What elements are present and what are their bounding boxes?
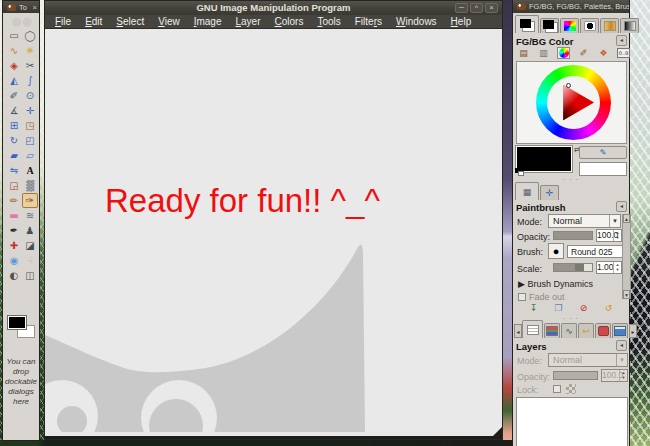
hue-ring[interactable] (536, 65, 611, 140)
menu-help[interactable]: Help (444, 15, 479, 29)
tool-alignment[interactable]: ⊞ (6, 118, 22, 133)
paths-tab[interactable]: ∿ (561, 323, 577, 338)
menu-colors[interactable]: Colors (267, 15, 310, 29)
channels-tab[interactable] (544, 323, 560, 338)
scale-slider[interactable] (553, 263, 593, 272)
brush-preview-button[interactable]: ● (548, 243, 564, 259)
menu-view[interactable]: View (151, 15, 187, 29)
toolbox-close-icon[interactable]: × (33, 3, 37, 12)
fade-out-checkbox-row[interactable]: Fade out (518, 292, 565, 302)
tool-smudge[interactable]: ☟ (22, 253, 38, 268)
tool-measure[interactable]: ∡ (6, 103, 22, 118)
gimp-selector-icon[interactable]: ▤ (517, 47, 530, 59)
save-options-button[interactable]: ↧ (526, 302, 541, 315)
palettes-tab[interactable] (600, 18, 619, 33)
menu-image[interactable]: Image (187, 15, 229, 29)
tool-options-menu-button[interactable]: ◂ (616, 201, 627, 212)
reset-options-button[interactable]: ↺ (601, 302, 616, 315)
brushes-tab[interactable] (580, 18, 599, 33)
default-colors-icon[interactable] (515, 168, 525, 177)
menu-select[interactable]: Select (109, 15, 151, 29)
tool-ellipse-select[interactable]: ◯ (22, 28, 38, 43)
scale-spinner[interactable]: 1.00▲▼ (596, 261, 622, 274)
tool-clone[interactable]: ♟ (22, 223, 38, 238)
tool-blend[interactable]: ▓ (22, 178, 38, 193)
color-wheel-area[interactable] (516, 61, 627, 144)
tool-dodge-burn[interactable]: ◐ (6, 268, 22, 283)
triangle-wheel-selector-icon[interactable] (557, 47, 570, 59)
tool-free-select[interactable]: ∿ (6, 43, 22, 58)
pointer-tab[interactable] (595, 323, 611, 338)
restore-options-button[interactable]: ❐ (551, 302, 566, 315)
toolbox-fgbg-swatches[interactable] (8, 316, 38, 340)
background-color-swatch[interactable] (579, 162, 627, 176)
menu-tools[interactable]: Tools (310, 15, 347, 29)
tool-blur-sharpen[interactable]: ◉ (6, 253, 22, 268)
images-tab[interactable] (612, 323, 628, 338)
foreground-color-swatch[interactable] (8, 316, 26, 329)
tool-rectangle-select[interactable]: ▭ (6, 28, 22, 43)
tool-text[interactable]: A (22, 163, 38, 178)
opacity-spinner[interactable]: 100.0▲▼ (596, 229, 622, 242)
tool-bucket-fill[interactable]: ◲ (6, 178, 22, 193)
tool-scale[interactable]: ◰ (22, 133, 38, 148)
fade-out-checkbox[interactable] (518, 293, 526, 301)
tool-perspective[interactable]: ▱ (22, 148, 38, 163)
edit-color-button[interactable]: ✎ (579, 146, 627, 159)
menu-filters[interactable]: Filters (348, 15, 389, 29)
color-selector-dot[interactable] (566, 83, 571, 88)
scales-selector-icon[interactable]: 0..9 (617, 47, 630, 59)
tool-airbrush[interactable]: ≋ (22, 208, 38, 223)
maximize-button[interactable]: ^ (470, 3, 483, 13)
layers-opacity-slider[interactable] (553, 371, 598, 380)
tool-paths[interactable]: ∫ (22, 73, 38, 88)
tool-color-picker[interactable]: ✐ (6, 88, 22, 103)
close-button[interactable]: × (485, 3, 498, 13)
layers-opacity-spinner[interactable]: 100.0▲▼ (601, 369, 628, 382)
menu-edit[interactable]: Edit (78, 15, 109, 29)
scroll-down-icon[interactable]: ▼ (623, 290, 630, 299)
scroll-up-icon[interactable]: ▲ (623, 214, 630, 223)
menu-layer[interactable]: Layer (228, 15, 267, 29)
tool-fuzzy-select[interactable]: ✳ (22, 43, 38, 58)
tool-options-tab[interactable]: ▦ (515, 182, 539, 200)
fgbg-editor-tab[interactable] (540, 18, 559, 33)
tool-scissors-select[interactable]: ✂ (22, 58, 38, 73)
tool-pencil[interactable]: ✏ (6, 193, 22, 208)
colormap-tab[interactable] (560, 18, 579, 33)
opacity-slider[interactable] (553, 231, 593, 240)
undo-history-tab[interactable]: ↩ (578, 323, 594, 338)
tool-select-by-color[interactable]: ◈ (6, 58, 22, 73)
cmyk-selector-icon[interactable]: ▥ (537, 47, 550, 59)
spinner-arrows-icon[interactable]: ▲▼ (613, 262, 621, 273)
device-status-tab[interactable]: ✛ (540, 185, 559, 200)
tool-move[interactable]: ✛ (22, 103, 38, 118)
layers-tab[interactable] (522, 320, 543, 338)
tool-perspective-clone[interactable]: ◪ (22, 238, 38, 253)
tool-paintbrush[interactable]: ✑ (22, 193, 38, 208)
image-canvas[interactable]: Ready for fun!! ^_^ (45, 30, 502, 438)
layers-mode-select[interactable]: Normal▼ (548, 353, 628, 367)
tool-crop[interactable]: ◳ (22, 118, 38, 133)
tool-shear[interactable]: ▰ (6, 148, 22, 163)
spinner-arrows-icon[interactable]: ▲▼ (613, 230, 621, 241)
tool-zoom[interactable]: ⊙ (22, 88, 38, 103)
fgbg-tab-menu-button[interactable]: ◂ (616, 35, 627, 46)
tool-eraser[interactable]: ▬ (6, 208, 22, 223)
tool-foreground-select[interactable]: ◭ (6, 73, 22, 88)
gradients-tab[interactable] (620, 18, 639, 33)
main-titlebar[interactable]: GNU Image Manipulation Program ─ ^ × (45, 1, 502, 15)
layers-list[interactable] (516, 397, 628, 446)
minimize-button[interactable]: ─ (455, 3, 468, 13)
wilber-drag-handle[interactable] (9, 15, 35, 27)
brush-dynamics-expander[interactable]: ▶ Brush Dynamics (518, 279, 593, 289)
brush-name-field[interactable]: Round 025 (567, 245, 624, 258)
chevron-down-icon[interactable]: ▼ (609, 215, 620, 227)
tool-ink[interactable]: ✒ (6, 223, 22, 238)
tabs-scroll-right-icon[interactable]: ▸ (629, 324, 637, 338)
tool-heal[interactable]: ✚ (6, 238, 22, 253)
tool-flip[interactable]: ⇋ (6, 163, 22, 178)
tool-rotate[interactable]: ↻ (6, 133, 22, 148)
watercolor-selector-icon[interactable]: ✐ (577, 47, 590, 59)
tabs-scroll-left-icon[interactable]: ◂ (514, 324, 522, 338)
